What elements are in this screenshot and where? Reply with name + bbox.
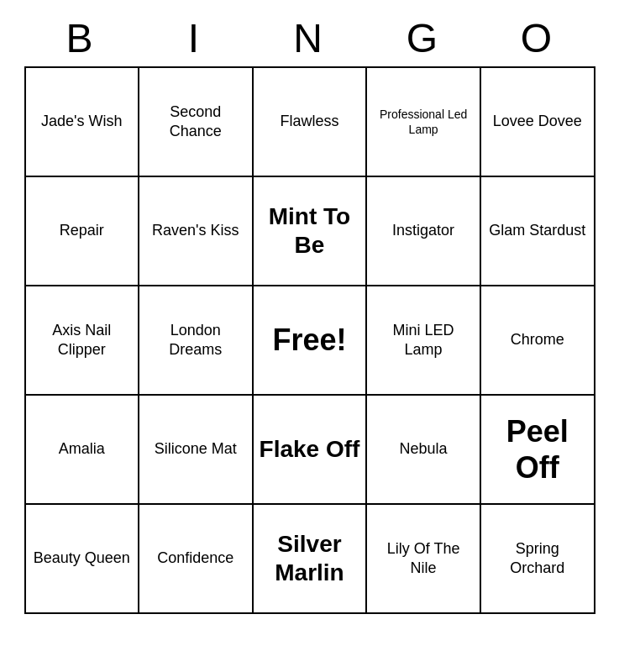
grid-cell-r3-c1: Silicone Mat [139, 395, 253, 504]
grid-cell-r0-c1: Second Chance [139, 67, 253, 176]
table-row: Beauty QueenConfidenceSilver MarlinLily … [25, 504, 595, 613]
grid-cell-r0-c0: Jade's Wish [25, 67, 139, 176]
grid-cell-r1-c3: Instigator [366, 176, 480, 286]
grid-cell-r2-c0: Axis Nail Clipper [25, 286, 139, 395]
table-row: RepairRaven's KissMint To BeInstigatorGl… [25, 176, 595, 286]
grid-cell-r1-c1: Raven's Kiss [139, 176, 253, 286]
grid-cell-r2-c1: London Dreams [139, 286, 253, 395]
grid-cell-r2-c4: Chrome [480, 286, 595, 395]
header-letter-o: O [481, 15, 595, 61]
table-row: AmaliaSilicone MatFlake OffNebulaPeel Of… [25, 395, 595, 504]
bingo-header: BINGO [24, 15, 595, 61]
grid-cell-r3-c4: Peel Off [480, 395, 595, 504]
grid-cell-r0-c3: Professional Led Lamp [366, 67, 480, 176]
header-letter-n: N [253, 15, 367, 61]
grid-cell-r3-c2: Flake Off [253, 395, 367, 504]
grid-cell-r1-c0: Repair [25, 176, 139, 286]
grid-cell-r3-c0: Amalia [25, 395, 139, 504]
grid-cell-r0-c4: Lovee Dovee [480, 67, 595, 176]
table-row: Jade's WishSecond ChanceFlawlessProfessi… [25, 67, 595, 176]
header-letter-i: I [139, 15, 253, 61]
header-letter-g: G [367, 15, 481, 61]
grid-cell-r2-c2: Free! [253, 286, 367, 395]
grid-cell-r3-c3: Nebula [366, 395, 480, 504]
grid-cell-r1-c4: Glam Stardust [480, 176, 595, 286]
header-letter-b: B [24, 15, 139, 61]
grid-cell-r4-c1: Confidence [139, 504, 253, 613]
grid-cell-r2-c3: Mini LED Lamp [366, 286, 480, 395]
grid-cell-r0-c2: Flawless [253, 67, 367, 176]
grid-cell-r4-c2: Silver Marlin [253, 504, 367, 613]
table-row: Axis Nail ClipperLondon DreamsFree!Mini … [25, 286, 595, 395]
grid-cell-r4-c3: Lily Of The Nile [366, 504, 480, 613]
bingo-grid: Jade's WishSecond ChanceFlawlessProfessi… [24, 66, 595, 614]
grid-cell-r1-c2: Mint To Be [253, 176, 367, 286]
grid-cell-r4-c0: Beauty Queen [25, 504, 139, 613]
grid-cell-r4-c4: Spring Orchard [480, 504, 595, 613]
